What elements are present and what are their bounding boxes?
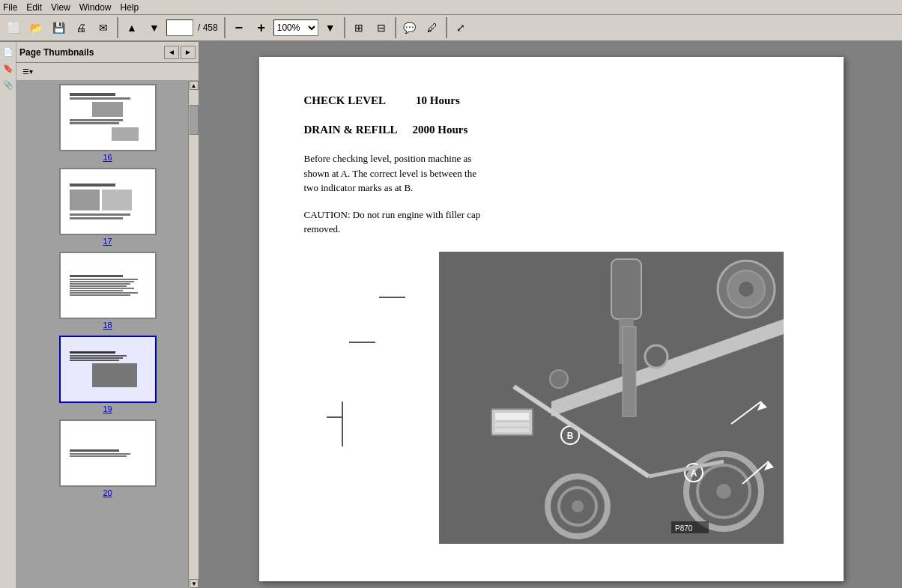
line-marker-left xyxy=(327,416,343,418)
zoom-in-button[interactable]: + xyxy=(251,17,272,38)
thumbnails-area[interactable]: 16 17 xyxy=(16,81,199,588)
thumb-content-17 xyxy=(67,181,149,222)
zoom-dropdown-button[interactable]: ▼ xyxy=(320,17,341,38)
email-button[interactable]: ✉ xyxy=(93,17,114,38)
thumb-content-18 xyxy=(67,272,149,300)
thumb-label-20[interactable]: 20 xyxy=(103,488,112,497)
menu-view[interactable]: View xyxy=(51,2,70,13)
page-total: / 458 xyxy=(198,22,218,33)
caution-text: CAUTION: Do not run engine with filler c… xyxy=(304,207,484,237)
sidebar-options-button[interactable]: ☰▾ xyxy=(19,65,36,79)
heading-check-level: CHECK LEVEL 10 Hours xyxy=(304,94,799,115)
machinery-image: B A xyxy=(439,252,784,544)
thumb-frame-19[interactable] xyxy=(59,336,157,403)
toolbar-sep-1 xyxy=(117,17,118,38)
svg-point-12 xyxy=(739,282,754,297)
thumb-frame-17[interactable] xyxy=(59,168,157,235)
svg-text:B: B xyxy=(566,431,573,441)
toolbar-sep-3 xyxy=(344,17,345,38)
check-level-time: 10 Hours xyxy=(416,94,460,107)
zoom-select[interactable]: 50% 75% 100% 125% 150% 200% xyxy=(273,19,318,36)
fit-page-button[interactable]: ⊞ xyxy=(348,17,369,38)
line-marker-mid xyxy=(349,342,375,343)
thumb-frame-20[interactable] xyxy=(59,419,157,487)
scrollbar-up[interactable]: ▲ xyxy=(190,81,199,90)
svg-rect-8 xyxy=(611,259,641,319)
page-down-button[interactable]: ▼ xyxy=(144,17,165,38)
page-up-button[interactable]: ▲ xyxy=(121,17,142,38)
toolbar-sep-4 xyxy=(395,17,396,38)
thumb-frame-18[interactable] xyxy=(59,252,157,319)
svg-point-6 xyxy=(572,500,584,512)
comment-button[interactable]: 💬 xyxy=(399,17,420,38)
machinery-svg: B A xyxy=(439,252,784,544)
attach-icon[interactable]: 📎 xyxy=(1,78,15,91)
thumbnail-19[interactable]: 19 xyxy=(19,336,196,413)
thumbnail-18[interactable]: 18 xyxy=(19,252,196,330)
highlight-button[interactable]: 🖊 xyxy=(422,17,443,38)
menu-edit[interactable]: Edit xyxy=(26,2,42,13)
sidebar-scrollbar[interactable]: ▲ ▼ xyxy=(188,81,199,588)
thumb-content-20 xyxy=(67,446,149,461)
thumb-content-16 xyxy=(67,90,149,146)
sidebar-nav-forward[interactable]: ► xyxy=(181,46,196,59)
thumb-label-19[interactable]: 19 xyxy=(103,404,112,413)
save-button[interactable]: 💾 xyxy=(48,17,69,38)
svg-rect-14 xyxy=(495,413,529,420)
toolbar-sep-5 xyxy=(446,17,447,38)
left-icon-column: 📄 🔖 📎 xyxy=(0,42,16,588)
thumb-label-16[interactable]: 16 xyxy=(103,153,112,162)
page-image-area: B A xyxy=(304,252,799,544)
drain-refill-time: 2000 Hours xyxy=(413,124,468,136)
scrollbar-down[interactable]: ▼ xyxy=(190,579,199,588)
drain-refill-label: DRAIN & REFILL xyxy=(304,124,398,136)
svg-point-3 xyxy=(716,484,731,499)
zoom-out-button[interactable]: − xyxy=(228,17,249,38)
sidebar-title: Page Thumbnails xyxy=(19,47,94,58)
svg-rect-25 xyxy=(623,327,636,416)
page-number-input[interactable]: 19 xyxy=(166,19,193,36)
thumbnail-17[interactable]: 17 xyxy=(19,168,196,246)
open-button[interactable]: 📂 xyxy=(25,17,46,38)
page-view: CHECK LEVEL 10 Hours DRAIN & REFILL 2000… xyxy=(259,57,844,581)
thumb-content-19 xyxy=(67,348,149,390)
thumb-label-17[interactable]: 17 xyxy=(103,237,112,246)
fit-width-button[interactable]: ⊟ xyxy=(371,17,392,38)
svg-text:P870: P870 xyxy=(675,524,693,533)
document-content[interactable]: CHECK LEVEL 10 Hours DRAIN & REFILL 2000… xyxy=(200,42,902,588)
line-marker-top xyxy=(379,297,405,298)
print-button[interactable]: 🖨 xyxy=(70,17,91,38)
sidebar: Page Thumbnails ◄ ► ☰▾ xyxy=(16,42,200,588)
scrollbar-thumb[interactable] xyxy=(190,105,199,135)
heading-drain-refill: DRAIN & REFILL 2000 Hours xyxy=(304,124,799,136)
expand-button[interactable]: ⤢ xyxy=(450,17,471,38)
sidebar-header: Page Thumbnails ◄ ► xyxy=(16,42,199,63)
menu-window[interactable]: Window xyxy=(79,2,112,13)
menu-file[interactable]: File xyxy=(3,2,17,13)
thumb-label-18[interactable]: 18 xyxy=(103,321,112,330)
svg-point-23 xyxy=(645,345,668,368)
line-marker-vert xyxy=(342,401,343,446)
thumbnail-20[interactable]: 20 xyxy=(19,419,196,497)
new-button[interactable]: ⬜ xyxy=(3,17,24,38)
toolbar: ⬜ 📂 💾 🖨 ✉ ▲ ▼ 19 / 458 − + 50% 75% 100% … xyxy=(0,15,902,42)
svg-point-24 xyxy=(550,370,568,388)
check-level-label: CHECK LEVEL xyxy=(304,94,387,107)
page-panel-icon[interactable]: 📄 xyxy=(1,45,15,58)
thumb-frame-16[interactable] xyxy=(59,84,157,151)
toolbar-sep-2 xyxy=(224,17,226,38)
svg-rect-15 xyxy=(495,422,529,426)
bookmark-icon[interactable]: 🔖 xyxy=(1,61,15,75)
main-area: 📄 🔖 📎 Page Thumbnails ◄ ► ☰▾ xyxy=(0,42,902,588)
sidebar-nav-back[interactable]: ◄ xyxy=(164,46,179,59)
sidebar-toolbar: ☰▾ xyxy=(16,63,199,81)
paragraph-text: Before checking level, position machine … xyxy=(304,151,484,196)
thumbnail-16[interactable]: 16 xyxy=(19,84,196,162)
menu-bar: File Edit View Window Help xyxy=(0,0,902,15)
menu-help[interactable]: Help xyxy=(121,2,139,13)
svg-rect-16 xyxy=(495,428,529,432)
